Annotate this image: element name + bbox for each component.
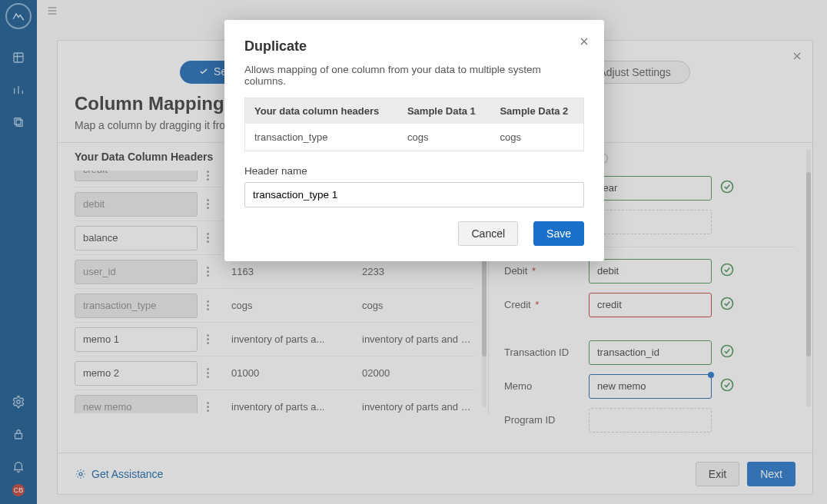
close-icon[interactable]	[578, 35, 590, 51]
modal-description: Allows mapping of one column from your d…	[244, 64, 584, 87]
table-header: Sample Data 1	[398, 98, 491, 124]
duplicate-modal: Duplicate Allows mapping of one column f…	[224, 20, 604, 261]
header-name-label: Header name	[244, 165, 307, 177]
sample-data-table: Your data column headers Sample Data 1 S…	[244, 98, 584, 151]
table-cell: cogs	[398, 124, 491, 151]
table-header: Your data column headers	[245, 98, 398, 124]
header-name-input[interactable]	[244, 182, 584, 207]
table-cell: transaction_type	[245, 124, 398, 151]
table-row: transaction_type cogs cogs	[245, 124, 584, 151]
modal-title: Duplicate	[244, 38, 584, 55]
table-header: Sample Data 2	[490, 98, 583, 124]
save-button[interactable]: Save	[533, 221, 584, 246]
table-cell: cogs	[490, 124, 583, 151]
cancel-button[interactable]: Cancel	[458, 221, 518, 246]
